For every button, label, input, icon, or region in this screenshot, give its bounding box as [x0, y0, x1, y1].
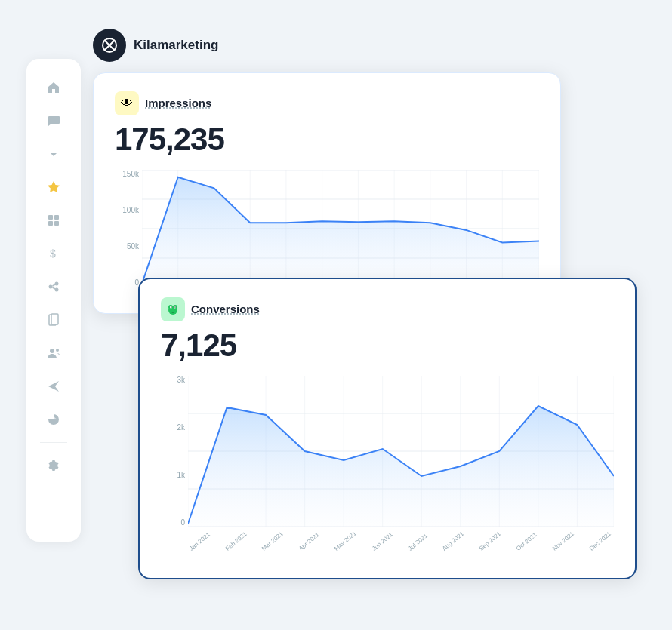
sidebar-item-integrations[interactable] — [39, 272, 69, 302]
y-label: 1k — [161, 471, 185, 479]
impressions-label: Impressions — [145, 97, 211, 109]
sidebar-item-users[interactable] — [39, 338, 69, 368]
svg-rect-5 — [48, 221, 53, 226]
svg-line-12 — [53, 287, 56, 289]
conversions-card-header: Conversions — [161, 297, 614, 321]
x-label: Mar 2021 — [260, 530, 285, 552]
sidebar-item-downloads[interactable] — [39, 139, 69, 169]
header: Kilamarketing — [93, 29, 218, 62]
svg-line-11 — [53, 284, 56, 286]
x-label: Aug 2021 — [441, 530, 465, 552]
svg-marker-59 — [188, 406, 614, 527]
svg-point-10 — [55, 287, 59, 291]
svg-rect-4 — [54, 215, 59, 220]
sidebar-divider — [40, 442, 67, 443]
y-label: 0 — [115, 278, 139, 287]
sidebar-item-campaigns[interactable] — [39, 371, 69, 401]
svg-rect-6 — [54, 221, 59, 226]
sidebar: $ — [26, 59, 81, 542]
conversions-chart: 3k 2k 1k 0 — [161, 376, 614, 557]
conversions-chart-svg — [188, 376, 614, 527]
x-label: Jul 2021 — [407, 532, 429, 552]
x-axis-labels: Jan 2021 Feb 2021 Mar 2021 Apr 2021 May … — [188, 527, 614, 557]
x-label: Nov 2021 — [551, 530, 575, 552]
logo — [93, 29, 126, 62]
svg-point-16 — [56, 349, 59, 352]
impressions-value: 175,235 — [115, 121, 539, 158]
y-label: 2k — [161, 423, 185, 432]
svg-text:$: $ — [50, 247, 56, 260]
sidebar-item-revenue[interactable]: $ — [39, 238, 69, 269]
sidebar-item-files[interactable] — [39, 305, 69, 335]
x-label: Jan 2021 — [188, 530, 211, 552]
conversions-card: Conversions 7,125 3k 2k 1k 0 — [138, 278, 637, 579]
y-label: 3k — [161, 376, 185, 384]
brand-name: Kilamarketing — [134, 38, 218, 53]
x-label: Apr 2021 — [297, 531, 321, 552]
y-label: 0 — [161, 518, 185, 527]
x-label: Jun 2021 — [371, 530, 394, 552]
app-container: Kilamarketing $ — [26, 29, 646, 602]
y-label: 150k — [115, 170, 139, 178]
impressions-chart-svg — [142, 170, 539, 287]
sidebar-item-favorites[interactable] — [39, 172, 69, 202]
svg-point-8 — [49, 284, 53, 288]
x-label: Sep 2021 — [478, 530, 502, 552]
svg-point-41 — [174, 306, 176, 308]
conversions-icon — [161, 297, 185, 321]
impressions-icon: 👁 — [115, 91, 139, 115]
sidebar-item-settings[interactable] — [39, 450, 69, 481]
conversions-value: 7,125 — [161, 327, 614, 364]
svg-point-40 — [171, 306, 172, 308]
svg-rect-3 — [48, 215, 53, 220]
y-label: 50k — [115, 242, 139, 250]
sidebar-item-messages[interactable] — [39, 106, 69, 136]
sidebar-item-grid[interactable] — [39, 205, 69, 235]
x-label: May 2021 — [333, 530, 358, 552]
svg-rect-14 — [51, 314, 58, 324]
svg-point-15 — [50, 349, 54, 353]
y-label: 100k — [115, 206, 139, 214]
impressions-card-header: 👁 Impressions — [115, 91, 539, 115]
svg-point-9 — [55, 281, 59, 285]
x-label: Dec 2021 — [588, 530, 612, 552]
frog-icon — [165, 302, 180, 317]
x-label: Feb 2021 — [224, 530, 248, 552]
conversions-label: Conversions — [191, 303, 260, 315]
sidebar-item-home[interactable] — [39, 72, 69, 103]
sidebar-item-reports[interactable] — [39, 404, 69, 435]
x-label: Oct 2021 — [515, 531, 538, 552]
svg-marker-34 — [142, 177, 539, 287]
